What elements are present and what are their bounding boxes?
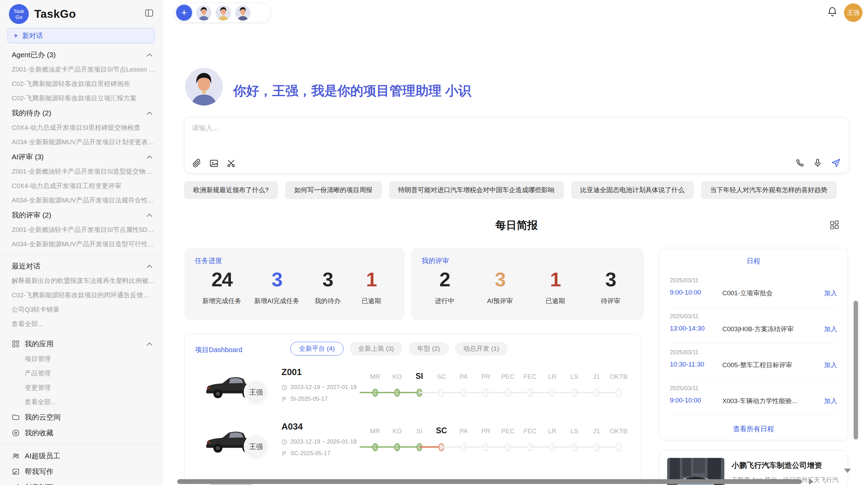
view-all-schedule-link[interactable]: 查看所有日程: [660, 424, 847, 434]
layout-grid-icon[interactable]: [829, 219, 840, 230]
stat-value: 1: [540, 269, 571, 290]
stat-value: 2: [429, 269, 460, 290]
chevron-up-icon[interactable]: [146, 264, 153, 269]
milestone-segment: [419, 446, 442, 448]
sidebar-item-creative-draw[interactable]: 创意制图: [0, 480, 162, 485]
section-title: 最近对话: [12, 261, 40, 271]
section-agent-done[interactable]: Agent已办 (3): [0, 47, 162, 62]
view-all-link[interactable]: 查看全部...: [0, 317, 162, 331]
sidebar-item-help-write[interactable]: 帮我写作: [0, 464, 162, 480]
folder-icon: [12, 413, 20, 421]
logo-line2: Go: [15, 14, 22, 20]
list-item[interactable]: A034-全新新能源MUV产品开发项目法规符合性评审: [0, 193, 162, 208]
tab-new-body[interactable]: 全新上装 (3): [350, 342, 403, 356]
schedule-title: 日程: [660, 257, 847, 266]
suggestion-chip[interactable]: 欧洲新规最近颁布了什么?: [184, 181, 278, 199]
scissors-icon[interactable]: [226, 159, 236, 168]
milestone-track: MRKOSISCPAPRPECFECLRLSJ1OKTB: [360, 421, 634, 462]
milestone-segment: [508, 392, 530, 393]
join-link[interactable]: 加入: [824, 289, 837, 298]
avatar[interactable]: [235, 5, 251, 21]
logo-line1: Task: [14, 8, 24, 14]
list-item[interactable]: C02-飞腾新能源轻客改款项目立项汇报方案: [0, 91, 162, 105]
sidebar-item-favorites[interactable]: 我的收藏: [0, 425, 162, 441]
chevron-up-icon[interactable]: [146, 154, 153, 159]
vertical-scrollbar[interactable]: [854, 301, 858, 439]
view-all-link[interactable]: 查看全部...: [0, 395, 162, 409]
join-link[interactable]: 加入: [824, 325, 837, 334]
stat-label: 待评审: [595, 297, 626, 306]
list-item[interactable]: Z001-全新燃油轻卡产品开发项目SI造型提交物评审: [0, 164, 162, 179]
schedule-entry: 2025/03/11 9:00-10:00 X003-车辆动力学性能验... 加…: [669, 380, 838, 415]
send-icon[interactable]: [831, 158, 841, 168]
tab-new-platform[interactable]: 全新平台 (4): [290, 342, 343, 356]
chat-input[interactable]: [192, 123, 840, 153]
stat: 2进行中: [429, 269, 460, 306]
scroll-right-arrow[interactable]: [809, 478, 813, 485]
event-name: C005-整车工程目标评审: [722, 361, 792, 370]
list-item[interactable]: C02-飞腾新能源轻客改款项目里程碑画布: [0, 77, 162, 91]
project-row[interactable]: 王强 Z001 2023-12-19 ~ 2027-01-19 SI-2025-…: [185, 363, 641, 418]
clock-icon: [281, 385, 287, 390]
project-dates: 2023-12-19 ~ 2026-01-19: [281, 438, 357, 445]
project-dates: 2023-12-19 ~ 2027-01-19: [281, 384, 357, 391]
chevron-up-icon[interactable]: [146, 213, 153, 217]
notification-bell-icon[interactable]: [827, 6, 838, 17]
section-recent-chats[interactable]: 最近对话: [0, 259, 162, 274]
sidebar-item-change-mgmt[interactable]: 变更管理: [0, 381, 162, 395]
stat-value: 3: [254, 269, 299, 290]
sidebar-item-ai-employee[interactable]: AI超级员工: [0, 448, 162, 464]
suggestion-chip[interactable]: 当下年轻人对汽车外观有怎样的喜好趋势: [701, 181, 837, 199]
image-icon[interactable]: [209, 159, 219, 168]
tab-powertrain[interactable]: 动总开发 (1): [455, 342, 508, 356]
project-row[interactable]: 王强 A034 2023-12-19 ~ 2026-01-19 SC-2025-…: [185, 418, 641, 472]
phone-icon[interactable]: [795, 158, 805, 168]
sidebar-collapse-icon[interactable]: [144, 8, 154, 18]
list-item[interactable]: A034-全新新能源MUV产品开发项目计划变更表编写: [0, 135, 162, 149]
new-chat-button[interactable]: + 新对话: [8, 28, 155, 43]
section-ai-review[interactable]: AI评审 (3): [0, 149, 162, 164]
stat: 3待评审: [595, 269, 626, 306]
microphone-icon[interactable]: [813, 158, 822, 168]
tab-model-year[interactable]: 年型 (2): [409, 342, 449, 356]
section-my-review[interactable]: 我的评审 (2): [0, 208, 162, 223]
session-switcher: +: [173, 3, 271, 23]
join-link[interactable]: 加入: [824, 397, 837, 406]
list-item[interactable]: C0X4-动力总成开发项目工程变更评审: [0, 179, 162, 193]
list-item[interactable]: A034-全新新能源MUV产品开发项目造型可行性评审: [0, 237, 162, 251]
horizontal-scrollbar[interactable]: [177, 479, 802, 484]
list-item[interactable]: Z001-全新燃油皮卡产品开发项目SI节点Lesson Learn报告: [0, 62, 162, 77]
chevron-up-icon[interactable]: [146, 52, 153, 57]
attachment-icon[interactable]: [192, 159, 202, 168]
card-title: 我的评审: [422, 256, 449, 265]
avatar[interactable]: [216, 5, 231, 21]
list-item[interactable]: 解释最新出台的欧盟报废车法规再生塑料比例被调至15%...: [0, 274, 162, 288]
sidebar-item-cloud-space[interactable]: 我的云空间: [0, 409, 162, 425]
stat: 1已逾期: [540, 269, 571, 306]
milestone-track: MRKOSISCPAPRPECFECLRLSJ1OKTB: [360, 367, 634, 408]
chevron-up-icon[interactable]: [146, 341, 153, 346]
suggestion-chip[interactable]: 特朗普可能对进口汽车增税会对中国车企造成哪些影响: [389, 181, 564, 199]
milestone-segment: [486, 446, 508, 448]
milestone-node[interactable]: [616, 389, 622, 397]
chevron-up-icon[interactable]: [146, 111, 153, 115]
add-session-button[interactable]: +: [176, 5, 192, 21]
scroll-down-arrow[interactable]: [844, 469, 851, 473]
milestone-segment: [397, 392, 420, 393]
owner-badge: 王强: [244, 380, 268, 405]
join-link[interactable]: 加入: [824, 361, 837, 370]
user-avatar[interactable]: 王强: [844, 3, 863, 22]
event-name: C003|H0B-方案冻结评审: [722, 325, 794, 334]
sidebar-item-project-mgmt[interactable]: 项目管理: [0, 352, 162, 366]
list-item[interactable]: Z001-全新燃油轻卡产品开发项目SI节点属性5D文件评审: [0, 223, 162, 237]
list-item[interactable]: C0X4-动力总成开发项目SI里程碑提交物检查: [0, 121, 162, 135]
avatar[interactable]: [196, 5, 212, 21]
milestone-node[interactable]: [616, 443, 622, 451]
sidebar-item-my-apps[interactable]: 我的应用: [0, 336, 162, 352]
list-item[interactable]: 公司Q3轻卡销量: [0, 302, 162, 317]
section-my-todo[interactable]: 我的待办 (2): [0, 105, 162, 121]
suggestion-chip[interactable]: 比亚迪全固态电池计划具体说了什么: [571, 181, 694, 199]
sidebar-item-product-mgmt[interactable]: 产品管理: [0, 366, 162, 381]
suggestion-chip[interactable]: 如何写一份清晰的项目周报: [285, 181, 382, 199]
list-item[interactable]: C02-飞腾新能源轻客改款项目的闭环通告反馈情况: [0, 288, 162, 302]
